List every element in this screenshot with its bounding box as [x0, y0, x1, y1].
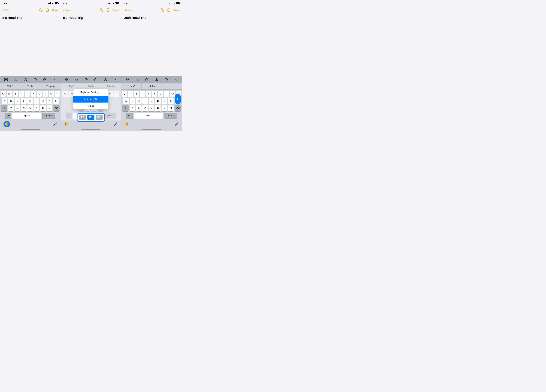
key-n[interactable]: N: [40, 105, 46, 111]
key-j[interactable]: J: [40, 98, 46, 104]
key-r-3[interactable]: R: [140, 91, 145, 97]
autocomplete-triple-1[interactable]: Triple: [20, 83, 40, 89]
done-button-1[interactable]: Done: [52, 9, 58, 12]
key-l[interactable]: L: [53, 98, 59, 104]
add-person-icon-1[interactable]: [39, 8, 43, 13]
mic-icon-3[interactable]: 🎤: [175, 122, 178, 126]
key-w-3[interactable]: W: [128, 91, 133, 97]
share-icon-3[interactable]: [167, 8, 171, 13]
autocomplete-tripping-2[interactable]: Tripping: [101, 83, 121, 89]
key-v[interactable]: V: [27, 105, 33, 111]
key-d-3[interactable]: D: [136, 98, 142, 104]
key-k[interactable]: K: [47, 98, 52, 104]
key-o[interactable]: O: [49, 91, 54, 97]
key-e-3[interactable]: E: [134, 91, 139, 97]
autocomplete-trip-1[interactable]: "Trip": [0, 83, 20, 89]
key-q-2[interactable]: Q: [62, 91, 68, 97]
key-p-2[interactable]: P: [114, 91, 119, 97]
key-shift-3[interactable]: ⇧: [122, 105, 129, 111]
key-z-3[interactable]: Z: [130, 105, 135, 111]
key-numbers-3[interactable]: 123: [126, 113, 133, 119]
key-y-3[interactable]: Y: [152, 91, 157, 97]
toolbar-check-2[interactable]: [84, 77, 89, 82]
key-p[interactable]: P: [55, 91, 60, 97]
keyboard-selector[interactable]: [77, 113, 105, 122]
toolbar-grid-2[interactable]: [64, 77, 69, 82]
key-f-3[interactable]: F: [143, 98, 148, 104]
key-x-3[interactable]: X: [136, 105, 142, 111]
share-icon-2[interactable]: [106, 8, 110, 13]
key-d[interactable]: D: [15, 98, 20, 104]
mic-icon-2[interactable]: 🎤: [114, 122, 118, 126]
key-g-3[interactable]: G: [149, 98, 154, 104]
key-v-3[interactable]: V: [149, 105, 154, 111]
emoji-button-2[interactable]: 😊: [64, 122, 68, 126]
key-t[interactable]: T: [25, 91, 30, 97]
key-b-3[interactable]: B: [155, 105, 161, 111]
key-q-3[interactable]: Q: [122, 91, 127, 97]
english-us-item[interactable]: English (US): [73, 96, 108, 103]
toolbar-grid-3[interactable]: [125, 77, 130, 82]
autocomplete-utahs-3[interactable]: Utahs: [142, 83, 162, 89]
key-g[interactable]: G: [27, 98, 33, 104]
toolbar-close-3[interactable]: ✕: [173, 77, 179, 82]
key-space-3[interactable]: space: [134, 113, 163, 119]
key-return-2[interactable]: return: [103, 113, 116, 119]
key-j-3[interactable]: J: [162, 98, 167, 104]
key-m-3[interactable]: M: [168, 105, 174, 111]
key-s-3[interactable]: S: [130, 98, 135, 104]
key-space[interactable]: space: [12, 113, 41, 119]
language-popup[interactable]: Keyboard Settings... English (US) Emoji: [73, 89, 108, 109]
key-y[interactable]: Y: [31, 91, 36, 97]
key-u-3[interactable]: U: [158, 91, 163, 97]
key-f[interactable]: F: [21, 98, 26, 104]
toolbar-pencil-3[interactable]: [163, 77, 169, 82]
key-numbers[interactable]: 123: [5, 113, 11, 119]
autocomplete-utah-3[interactable]: "Utah": [121, 83, 142, 89]
key-delete-3[interactable]: ⌫: [175, 105, 181, 111]
done-button-2[interactable]: Done: [113, 9, 119, 12]
toolbar-close-2[interactable]: ✕: [112, 77, 118, 82]
keyboard-settings-item[interactable]: Keyboard Settings...: [73, 89, 108, 96]
autocomplete-tripping-1[interactable]: Tripping: [40, 83, 61, 89]
toolbar-pencil-2[interactable]: [103, 77, 108, 82]
back-button-1[interactable]: ‹ Notes: [2, 9, 10, 12]
note-content-2[interactable]: It's Road Trip: [61, 14, 121, 76]
toolbar-plus-2[interactable]: [93, 77, 98, 82]
key-i-3[interactable]: I: [164, 91, 169, 97]
kb-sel-left[interactable]: [79, 115, 86, 120]
emoji-item[interactable]: Emoji: [73, 103, 108, 109]
toolbar-check-3[interactable]: [144, 77, 150, 82]
key-u[interactable]: U: [37, 91, 42, 97]
key-s[interactable]: S: [8, 98, 14, 104]
key-delete[interactable]: ⌫: [53, 105, 59, 111]
toolbar-plus-1[interactable]: [32, 77, 38, 82]
key-n-3[interactable]: N: [162, 105, 167, 111]
share-icon-1[interactable]: [46, 8, 49, 13]
emoji-button-3[interactable]: 😊: [125, 122, 129, 126]
key-e[interactable]: E: [13, 91, 18, 97]
key-c-3[interactable]: C: [143, 105, 148, 111]
back-button-3[interactable]: ‹ Notes: [124, 9, 132, 12]
note-content-3[interactable]: Utah Road Trip: [121, 14, 182, 76]
kb-sel-right[interactable]: [96, 115, 103, 120]
toolbar-format-3[interactable]: Aa: [134, 77, 140, 82]
key-return-3[interactable]: return: [164, 113, 177, 119]
key-r[interactable]: R: [19, 91, 24, 97]
key-numbers-2[interactable]: 123: [66, 113, 72, 119]
emoji-button-1[interactable]: 😊: [4, 121, 10, 127]
add-person-icon-3[interactable]: [160, 8, 164, 13]
key-b[interactable]: B: [34, 105, 39, 111]
key-x[interactable]: X: [15, 105, 20, 111]
key-t-3[interactable]: T: [146, 91, 151, 97]
autocomplete-triple-2[interactable]: Triple: [81, 83, 101, 89]
key-k-3[interactable]: K: [168, 98, 174, 104]
key-a[interactable]: A: [2, 98, 7, 104]
note-content-1[interactable]: It's Road Trip: [0, 14, 61, 76]
toolbar-check-1[interactable]: [23, 77, 28, 82]
toolbar-grid-1[interactable]: [3, 77, 9, 82]
key-h-3[interactable]: H: [155, 98, 161, 104]
add-person-icon-2[interactable]: [99, 8, 103, 13]
key-m[interactable]: M: [47, 105, 52, 111]
mic-icon-1[interactable]: 🎤: [53, 122, 57, 126]
